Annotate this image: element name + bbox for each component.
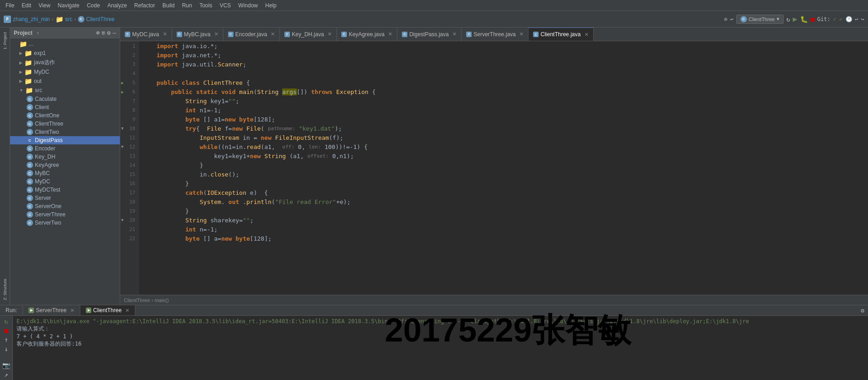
run-tab-serverthree-close[interactable]: ✕: [70, 308, 74, 314]
menu-help[interactable]: Help: [262, 1, 280, 10]
collapse-icon[interactable]: ≡: [102, 29, 106, 36]
tree-item-encoder[interactable]: C Encoder: [10, 144, 120, 153]
git-undo-icon[interactable]: ↩: [855, 16, 858, 22]
menu-build[interactable]: Build: [159, 1, 178, 10]
tree-item-clientone[interactable]: C ClientOne: [10, 111, 120, 120]
run-camera-btn[interactable]: 📷: [2, 362, 10, 369]
run-tab-label[interactable]: Run:: [0, 305, 23, 315]
tree-item-digestpass[interactable]: C DigestPass: [10, 136, 120, 144]
tree-item-serverone[interactable]: C ServerOne: [10, 202, 120, 210]
tree-item-java[interactable]: ▶ 📁 java选作: [10, 58, 120, 67]
tree-item-src[interactable]: ▼ 📁 src: [10, 86, 120, 95]
tab-icon-digestpass: C: [402, 32, 407, 37]
tab-close-mybc[interactable]: ✕: [214, 31, 218, 37]
tree-item-serverthree[interactable]: C ServerThree: [10, 210, 120, 219]
menu-tools[interactable]: Tools: [196, 1, 216, 10]
run-config-dropdown[interactable]: C ClientThree ▾: [736, 15, 784, 24]
breadcrumb-project[interactable]: zhang_zhi_min: [13, 16, 50, 22]
tree-label-dots: ...: [29, 41, 33, 47]
tab-keyagree[interactable]: C KeyAgree.java ✕: [337, 28, 397, 41]
run-export-btn[interactable]: ↗: [4, 371, 8, 378]
menu-code[interactable]: Code: [83, 1, 104, 10]
tab-serverthree[interactable]: C ServerThree.java ✕: [462, 28, 529, 41]
tab-close-digestpass[interactable]: ✕: [452, 31, 456, 37]
run-stop-btn[interactable]: ■: [4, 327, 8, 334]
tree-item-exp1[interactable]: ▶ 📁 exp1: [10, 49, 120, 58]
tab-icon-encoder: C: [228, 32, 234, 37]
git-check2[interactable]: ✓: [839, 16, 842, 22]
run-tab-clientthree-close[interactable]: ✕: [125, 308, 129, 314]
tree-label-out: out: [34, 78, 42, 84]
line-5: 5: [120, 78, 138, 87]
tree-item-out[interactable]: ▶ 📁 out: [10, 77, 120, 86]
tab-icon-keyagree: C: [341, 32, 347, 37]
run-icon[interactable]: ▶: [793, 15, 797, 23]
git-clock-icon[interactable]: 🕐: [846, 16, 852, 22]
tree-item-caculate[interactable]: C Caculate: [10, 95, 120, 103]
run-settings-icon[interactable]: ⚙: [861, 307, 864, 314]
tab-mydc[interactable]: C MyDC.java ✕: [120, 28, 172, 41]
git-redo-icon[interactable]: ↪: [861, 16, 864, 22]
folder-src-icon: 📁: [25, 87, 33, 94]
locate-icon[interactable]: ⊕: [96, 29, 100, 36]
breadcrumb-class[interactable]: ClientThree: [86, 16, 115, 22]
class-icon-client: C: [27, 104, 33, 110]
tree-item-mydc[interactable]: ▶ 📁 MyDC: [10, 67, 120, 77]
menu-file[interactable]: File: [2, 1, 18, 10]
tree-item-dots[interactable]: 📁 ...: [10, 39, 120, 49]
sidebar-tab-project[interactable]: 1: Project: [2, 29, 8, 52]
git-check1[interactable]: ✓: [833, 16, 836, 22]
tree-item-clientthree[interactable]: C ClientThree: [10, 120, 120, 128]
tab-label-digestpass: DigestPass.java: [409, 31, 449, 38]
tree-item-servertwo[interactable]: C ServerTwo: [10, 219, 120, 227]
menu-vcs[interactable]: VCS: [216, 1, 235, 10]
main-content: 1: Project Z: Structure Project ▾ ⊕ ≡ ⚙ …: [0, 28, 868, 305]
tab-close-serverthree[interactable]: ✕: [519, 31, 523, 37]
tab-clientthree[interactable]: C ClientThree.java ✕: [529, 28, 593, 41]
run-tab-serverthree[interactable]: ▶ ServerThree ✕: [23, 305, 80, 315]
tab-encoder[interactable]: C Encoder.java ✕: [223, 28, 280, 41]
code-content[interactable]: import java.io.*; import java.net.*; imp…: [139, 41, 868, 295]
settings-icon[interactable]: ⚙: [107, 29, 111, 36]
sidebar-tab-structure[interactable]: Z: Structure: [2, 276, 8, 303]
stop-icon[interactable]: ■: [811, 16, 814, 23]
tree-item-mybc[interactable]: C MyBC: [10, 169, 120, 177]
toolbar-icon-2[interactable]: ↩: [730, 16, 734, 22]
tree-item-keyagree[interactable]: C KeyAgree: [10, 161, 120, 169]
tree-item-mydc2[interactable]: C MyDC: [10, 177, 120, 186]
menu-navigate[interactable]: Navigate: [54, 1, 83, 10]
tree-item-keydh[interactable]: C Key_DH: [10, 153, 120, 161]
debug-icon[interactable]: 🐛: [800, 16, 808, 23]
breadcrumb-src[interactable]: src: [65, 16, 72, 22]
menu-view[interactable]: View: [35, 1, 54, 10]
folder-dots-icon: 📁: [19, 40, 27, 48]
tab-close-keydh[interactable]: ✕: [328, 31, 332, 37]
tab-mybc[interactable]: C MyBC.java ✕: [172, 28, 223, 41]
tab-close-keyagree[interactable]: ✕: [388, 31, 392, 37]
run-up-btn[interactable]: ↑: [4, 336, 8, 343]
refresh-icon[interactable]: ↻: [786, 16, 790, 23]
tree-item-mydctest[interactable]: C MyDCTest: [10, 186, 120, 194]
toolbar-icon-1[interactable]: ⊙: [724, 16, 727, 22]
tree-item-clienttwo[interactable]: C ClientTwo: [10, 128, 120, 136]
class-icon-serverone: C: [27, 203, 33, 209]
menu-edit[interactable]: Edit: [18, 1, 35, 10]
code-editor[interactable]: 1 2 3 4 5 6 7 8 9 10 11 12 13 14 15 16 1…: [120, 41, 868, 295]
run-down-btn[interactable]: ↓: [4, 345, 8, 352]
tab-keydh[interactable]: C Key_DH.java ✕: [280, 28, 337, 41]
tree-item-client[interactable]: C Client: [10, 103, 120, 111]
run-tab-clientthree[interactable]: ▶ ClientThree ✕: [80, 305, 135, 315]
class-icon-serverthree: C: [27, 211, 33, 218]
tab-close-mydc[interactable]: ✕: [163, 31, 167, 37]
tab-digestpass[interactable]: C DigestPass.java ✕: [397, 28, 462, 41]
tab-close-encoder[interactable]: ✕: [271, 31, 275, 37]
run-restart-btn[interactable]: ↻: [4, 318, 8, 325]
menu-run[interactable]: Run: [178, 1, 196, 10]
menu-refactor[interactable]: Refactor: [131, 1, 159, 10]
menu-analyze[interactable]: Analyze: [104, 1, 131, 10]
chevron-exp1: ▶: [19, 51, 22, 55]
menu-window[interactable]: Window: [234, 1, 262, 10]
tree-item-server[interactable]: C Server: [10, 194, 120, 202]
tab-close-clientthree[interactable]: ✕: [584, 32, 589, 38]
close-panel-icon[interactable]: —: [112, 29, 116, 36]
